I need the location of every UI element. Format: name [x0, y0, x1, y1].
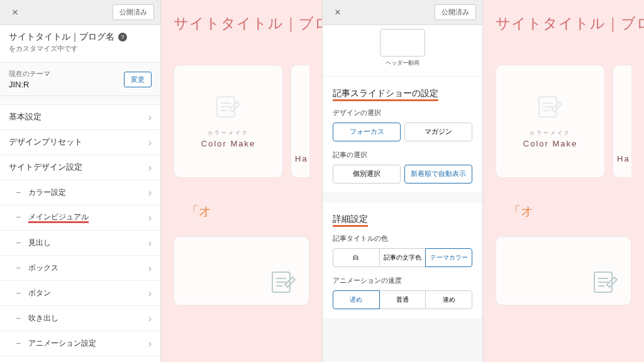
speed-segment: 遅め 普通 速め [333, 290, 472, 309]
design-option-focus[interactable]: フォーカス [333, 123, 401, 141]
customizing-label: をカスタマイズ中です [9, 45, 152, 53]
title-color-text[interactable]: 記事の文字色 [379, 248, 426, 267]
submenu-speech-bubble[interactable]: –吹き出し› [0, 306, 160, 331]
card-label-partial: Ha [617, 154, 630, 163]
section-slideshow: 記事スライドショーの設定 デザインの選択 フォーカス マガジン 記事の選択 個別… [323, 77, 482, 192]
thumbnail-icon [380, 29, 425, 57]
card-label-en: Color Make [201, 139, 255, 148]
chevron-right-icon: › [148, 238, 152, 249]
article-card[interactable] [174, 236, 309, 305]
article-option-auto[interactable]: 新着順で自動表示 [404, 165, 472, 184]
submenu-heading[interactable]: –見出し› [0, 231, 160, 256]
chevron-right-icon: › [148, 137, 152, 148]
chevron-right-icon: › [148, 212, 152, 224]
publish-button[interactable]: 公開済み [113, 4, 154, 20]
submenu-box[interactable]: –ボックス› [0, 256, 160, 281]
customizer-sidebar: × 公開済み サイトタイトル｜ブログ名 ? をカスタマイズ中です 現在のテーマ … [0, 0, 161, 362]
publish-button[interactable]: 公開済み [435, 4, 476, 20]
edit-icon [213, 94, 243, 119]
speed-slow[interactable]: 遅め [333, 290, 380, 309]
chevron-right-icon: › [148, 313, 152, 324]
chevron-right-icon: › [148, 187, 152, 199]
card-label-partial: Ha [295, 154, 308, 163]
feature-card[interactable]: カラーメイク Color Make [496, 65, 605, 178]
article-card[interactable] [496, 236, 631, 305]
header-movie-option[interactable]: ヘッダー動画 [379, 29, 426, 67]
title-color-segment: 白 記事の文字色 テーマカラー [333, 248, 472, 267]
submenu-main-visual[interactable]: –メインビジュアル› [0, 206, 160, 231]
speed-normal[interactable]: 普通 [379, 290, 426, 309]
design-segment: フォーカス マガジン [333, 123, 472, 141]
help-icon[interactable]: ? [118, 33, 127, 41]
submenu-button[interactable]: –ボタン› [0, 281, 160, 306]
article-segment: 個別選択 新着順で自動表示 [333, 165, 472, 184]
card-label-en: Color Make [523, 139, 577, 148]
menu-basic-settings[interactable]: 基本設定› [0, 105, 160, 130]
submenu-information[interactable]: –インフォメーション設定› [0, 356, 160, 362]
site-title-block: サイトタイトル｜ブログ名 ? をカスタマイズ中です [0, 25, 160, 63]
title-color-white[interactable]: 白 [333, 248, 380, 267]
chevron-right-icon: › [148, 162, 152, 173]
edit-icon [269, 270, 299, 295]
card-kana: カラーメイク [530, 129, 571, 136]
design-select-label: デザインの選択 [333, 108, 472, 118]
header-movie-label: ヘッダー動画 [379, 59, 426, 67]
site-title-row: サイトタイトル｜ブログ名 ? [9, 31, 152, 43]
feature-card-partial[interactable]: Ha [613, 65, 631, 178]
section-detail: 詳細設定 記事タイトルの色 白 記事の文字色 テーマカラー アニメーションの速度… [323, 202, 482, 318]
menu-list: 基本設定› デザインプリセット› サイトデザイン設定› –カラー設定› –メイン… [0, 96, 160, 362]
preview-pane-right: サイトタイトル｜ブロ カラーメイク Color Make Ha 「オ [483, 0, 644, 362]
change-theme-button[interactable]: 変更 [124, 72, 152, 87]
section-heading-partial: 「オ [508, 203, 644, 220]
chevron-right-icon: › [148, 112, 152, 123]
submenu-color[interactable]: –カラー設定› [0, 180, 160, 206]
animation-speed-label: アニメーションの速度 [333, 276, 472, 285]
chevron-right-icon: › [148, 338, 152, 349]
article-option-individual[interactable]: 個別選択 [333, 165, 401, 184]
preview-site-title: サイトタイトル｜ブロ [161, 0, 322, 33]
close-icon[interactable]: × [6, 4, 24, 21]
close-icon[interactable]: × [329, 4, 347, 21]
menu-site-design[interactable]: サイトデザイン設定› [0, 155, 160, 180]
section-heading-partial: 「オ [186, 203, 322, 220]
preview-pane-left: サイトタイトル｜ブロ カラーメイク Color Make Ha 「オ [161, 0, 322, 362]
theme-label: 現在のテーマ [9, 69, 50, 79]
section-heading: 記事スライドショーの設定 [333, 88, 472, 99]
card-kana: カラーメイク [208, 129, 249, 136]
speed-fast[interactable]: 速め [425, 290, 472, 309]
top-bar: × 公開済み [0, 0, 160, 25]
top-bar: × 公開済み [323, 0, 482, 25]
preview-site-title: サイトタイトル｜ブロ [483, 0, 644, 33]
theme-row: 現在のテーマ JIN:R 変更 [0, 63, 160, 96]
edit-icon [591, 270, 621, 295]
feature-card[interactable]: カラーメイク Color Make [174, 65, 283, 178]
theme-name: JIN:R [9, 80, 50, 89]
submenu-animation[interactable]: –アニメーション設定› [0, 331, 160, 356]
edit-icon [535, 94, 565, 119]
section-heading: 詳細設定 [333, 214, 472, 225]
title-color-theme[interactable]: テーマカラー [425, 248, 472, 267]
title-color-label: 記事タイトルの色 [333, 234, 472, 243]
design-option-magazine[interactable]: マガジン [404, 123, 472, 141]
chevron-right-icon: › [148, 288, 152, 299]
article-select-label: 記事の選択 [333, 150, 472, 160]
feature-card-partial[interactable]: Ha [291, 65, 309, 178]
site-title: サイトタイトル｜ブログ名 [9, 31, 114, 43]
chevron-right-icon: › [148, 263, 152, 274]
customizer-sidebar-detail: × 公開済み ヘッダー動画 記事スライドショーの設定 デザインの選択 フォーカス… [322, 0, 483, 362]
menu-design-preset[interactable]: デザインプリセット› [0, 130, 160, 155]
